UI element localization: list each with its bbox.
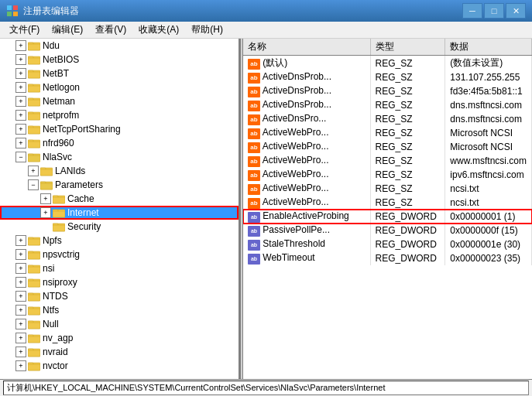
- table-row[interactable]: ab EnableActiveProbingREG_DWORD0x0000000…: [243, 210, 532, 224]
- table-row[interactable]: ab StaleThresholdREG_DWORD0x0000001e (30…: [243, 237, 532, 251]
- tree-item-cache[interactable]: + Cache: [0, 192, 239, 206]
- svg-rect-69: [28, 336, 40, 343]
- expand-btn-npfs[interactable]: +: [15, 235, 26, 246]
- registry-table: 名称 类型 数据 ab (默认)REG_SZ(数值未设置)ab ActiveDn…: [243, 39, 532, 265]
- table-row[interactable]: ab ActiveDnsProb...REG_SZ131.107.255.255: [243, 70, 532, 84]
- expand-btn-nlasvc[interactable]: −: [15, 152, 26, 162]
- expand-btn-lanids[interactable]: +: [28, 166, 39, 176]
- svg-rect-6: [28, 44, 40, 50]
- tree-item-nvraid[interactable]: + nvraid: [0, 345, 239, 359]
- tree-item-nlasvc[interactable]: − NlaSvc: [0, 150, 239, 164]
- table-row[interactable]: ab ActiveDnsProb...REG_SZfd3e:4f5a:5b81:…: [243, 84, 532, 98]
- svg-rect-12: [28, 72, 40, 78]
- folder-icon-nlasvc: [28, 152, 40, 162]
- tree-item-netlogon[interactable]: + Netlogon: [0, 80, 239, 94]
- expand-btn-nv_agp[interactable]: +: [15, 333, 26, 343]
- table-row[interactable]: ab ActiveWebPro...REG_SZncsi.txt: [243, 182, 532, 196]
- folder-icon-netlogon: [28, 82, 40, 93]
- ab-icon: ab: [248, 170, 260, 181]
- table-row[interactable]: ab ActiveWebPro...REG_SZncsi.txt: [243, 196, 532, 210]
- folder-icon-npsvctrig: [28, 249, 40, 260]
- menu-file[interactable]: 文件(F): [3, 22, 46, 38]
- maximize-button[interactable]: □: [484, 3, 504, 19]
- tree-item-netman[interactable]: + Netman: [0, 94, 239, 108]
- folder-icon-cache: [53, 193, 65, 204]
- tree-item-nsi[interactable]: + nsi: [0, 261, 239, 275]
- svg-rect-1: [13, 5, 18, 10]
- expand-btn-nfrd960[interactable]: +: [15, 138, 26, 148]
- right-panel[interactable]: 名称 类型 数据 ab (默认)REG_SZ(数值未设置)ab ActiveDn…: [243, 39, 532, 379]
- col-name: 名称: [243, 39, 370, 56]
- menu-view[interactable]: 查看(V): [89, 22, 132, 38]
- reg-name-cell: ab WebTimeout: [243, 251, 370, 265]
- table-row[interactable]: ab ActiveWebPro...REG_SZipv6.msftncsi.co…: [243, 168, 532, 182]
- tree-label-nvraid: nvraid: [43, 346, 68, 357]
- expand-btn-ndu[interactable]: +: [15, 40, 26, 51]
- tree-item-netprofm[interactable]: + netprofm: [0, 108, 239, 122]
- tree-item-netbios[interactable]: + NetBIOS: [0, 53, 239, 67]
- expand-btn-netlogon[interactable]: +: [15, 82, 26, 93]
- expand-btn-netman[interactable]: +: [15, 96, 26, 107]
- tree-label-null: Null: [43, 319, 59, 329]
- tree-item-npfs[interactable]: + Npfs: [0, 234, 239, 248]
- tree-item-lanids[interactable]: + LANIds: [0, 164, 239, 178]
- close-button[interactable]: ✕: [506, 3, 526, 19]
- expand-btn-nvctr[interactable]: +: [15, 360, 26, 371]
- menu-favorites[interactable]: 收藏夹(A): [132, 22, 185, 38]
- table-row[interactable]: ab ActiveWebPro...REG_SZwww.msftncsi.com: [243, 154, 532, 168]
- expand-btn-nvraid[interactable]: +: [15, 346, 26, 357]
- tree-item-ntfs[interactable]: + Ntfs: [0, 303, 239, 317]
- menu-help[interactable]: 帮助(H): [185, 22, 229, 38]
- expand-btn-null[interactable]: +: [15, 319, 26, 329]
- expand-btn-nettcpportsharing[interactable]: +: [15, 124, 26, 135]
- svg-rect-30: [28, 155, 40, 162]
- expand-btn-netbios[interactable]: +: [15, 54, 26, 65]
- expand-btn-netbt[interactable]: +: [15, 68, 26, 79]
- title-bar: 注册表编辑器 ─ □ ✕: [0, 0, 532, 22]
- reg-name-cell: ab ActiveDnsProb...: [243, 84, 370, 98]
- table-row[interactable]: ab WebTimeoutREG_DWORD0x00000023 (35): [243, 251, 532, 265]
- table-row[interactable]: ab PassivePollPe...REG_DWORD0x0000000f (…: [243, 224, 532, 237]
- expand-btn-npsvctrig[interactable]: +: [15, 249, 26, 260]
- expand-btn-ntfs[interactable]: +: [15, 305, 26, 316]
- expand-btn-nsi[interactable]: +: [15, 263, 26, 274]
- tree-item-netbt[interactable]: + NetBT: [0, 67, 239, 80]
- table-row[interactable]: ab ActiveDnsProb...REG_SZdns.msftncsi.co…: [243, 98, 532, 112]
- tree-item-security[interactable]: Security: [0, 220, 239, 234]
- tree-item-nsiproxy[interactable]: + nsiproxy: [0, 275, 239, 289]
- minimize-button[interactable]: ─: [462, 3, 482, 19]
- expand-btn-cache[interactable]: +: [40, 193, 51, 204]
- tree-item-internet[interactable]: + Internet: [0, 206, 239, 220]
- tree-item-nv_agp[interactable]: + nv_agp: [0, 331, 239, 345]
- folder-icon-ntds: [28, 291, 40, 302]
- expand-btn-parameters[interactable]: −: [28, 179, 39, 190]
- tree-item-ntds[interactable]: + NTDS: [0, 289, 239, 303]
- dword-icon: ab: [248, 212, 260, 223]
- tree-item-null[interactable]: + Null: [0, 317, 239, 331]
- tree-item-nvctr[interactable]: + nvctor: [0, 359, 239, 373]
- tree-item-npsvctrig[interactable]: + npsvctrig: [0, 248, 239, 261]
- ab-icon: ab: [248, 114, 260, 125]
- svg-rect-54: [28, 267, 40, 273]
- tree-panel[interactable]: + Ndu+ NetBIOS+ NetBT+ Netlogon+ Netman+…: [0, 39, 240, 379]
- table-row[interactable]: ab (默认)REG_SZ(数值未设置): [243, 56, 532, 71]
- tree-label-nsiproxy: nsiproxy: [43, 277, 77, 288]
- status-path: 计算机\HKEY_LOCAL_MACHINE\SYSTEM\CurrentCon…: [3, 381, 529, 395]
- expand-btn-netprofm[interactable]: +: [15, 110, 26, 121]
- tree-item-ndu[interactable]: + Ndu: [0, 39, 239, 53]
- expand-btn-ntds[interactable]: +: [15, 291, 26, 302]
- reg-name-cell: ab EnableActiveProbing: [243, 210, 370, 224]
- menu-edit[interactable]: 编辑(E): [46, 22, 89, 38]
- tree-label-nsi: nsi: [43, 263, 54, 274]
- tree-item-nettcpportsharing[interactable]: + NetTcpPortSharing: [0, 122, 239, 136]
- tree-item-nfrd960[interactable]: + nfrd960: [0, 136, 239, 150]
- expand-btn-internet[interactable]: +: [40, 207, 51, 218]
- reg-type-cell: REG_SZ: [370, 98, 445, 112]
- table-row[interactable]: ab ActiveDnsPro...REG_SZdns.msftncsi.com: [243, 112, 532, 126]
- expand-btn-nsiproxy[interactable]: +: [15, 277, 26, 288]
- reg-type-cell: REG_SZ: [370, 154, 445, 168]
- table-row[interactable]: ab ActiveWebPro...REG_SZMicrosoft NCSI: [243, 126, 532, 140]
- tree-item-parameters[interactable]: − Parameters: [0, 178, 239, 192]
- ab-icon: ab: [248, 156, 260, 167]
- table-row[interactable]: ab ActiveWebPro...REG_SZMicrosoft NCSI: [243, 140, 532, 154]
